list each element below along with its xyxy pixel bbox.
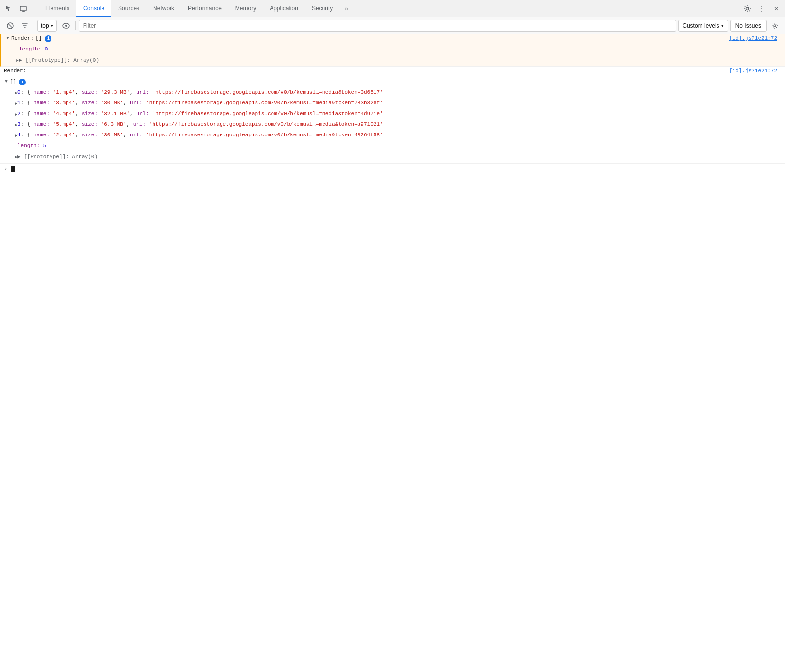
array-bracket-2: [] (10, 79, 16, 84)
clear-console-button[interactable] (4, 19, 17, 32)
svg-point-3 (746, 7, 749, 10)
console-entry-1: ▼ Render: [] i [id].js?1e21:72 length: 0… (0, 34, 785, 67)
info-icon-2[interactable]: i (19, 79, 26, 85)
tab-security[interactable]: Security (305, 0, 340, 17)
inspect-icon[interactable] (2, 2, 16, 16)
no-issues-button[interactable]: No Issues (730, 20, 767, 32)
close-icon[interactable]: ✕ (769, 2, 783, 16)
tabs-container: Elements Console Sources Network Perform… (38, 0, 736, 17)
array-bracket-1: [] (35, 35, 42, 41)
tab-sources[interactable]: Sources (111, 0, 146, 17)
entry-2-length: length: 5 (0, 141, 785, 152)
console-entry-2: Render: [id].js?1e21:72 ▼ [] i ▶ 0 : { n… (0, 67, 785, 163)
more-options-icon[interactable]: ⋮ (755, 2, 768, 16)
toolbar-separator-2 (75, 21, 76, 30)
entry-1-label: Render: (11, 35, 34, 41)
tab-bar: Elements Console Sources Network Perform… (0, 0, 785, 17)
filter-toggle-button[interactable] (18, 19, 31, 32)
expand-icon-proto-2[interactable]: ▶ (14, 154, 18, 159)
devtools-icons (2, 2, 30, 16)
svg-point-7 (65, 25, 67, 27)
tab-performance[interactable]: Performance (181, 0, 228, 17)
prompt-icon: › (4, 166, 7, 172)
tab-network[interactable]: Network (146, 0, 181, 17)
array-item-2: ▶ 2 : { name: '4.mp4' , size: '32.1 MB' … (0, 109, 785, 120)
chevron-down-icon: ▾ (721, 23, 724, 28)
entry-2-render-label: Render: [id].js?1e21:72 (0, 67, 785, 77)
prompt-cursor (11, 166, 15, 172)
entry-2-array-header: ▼ [] i (0, 77, 785, 88)
expand-icon-item-3[interactable]: ▶ (14, 122, 18, 127)
entry-1-length: length: 0 (1, 45, 785, 55)
svg-rect-0 (20, 6, 26, 11)
console-content: ▼ Render: [] i [id].js?1e21:72 length: 0… (0, 34, 785, 174)
svg-line-5 (8, 24, 12, 28)
filter-input[interactable] (79, 20, 677, 32)
chevron-down-icon: ▾ (51, 23, 53, 28)
entry-1-prototype: ▶ ▶ [[Prototype]]: Array(0) (1, 55, 785, 66)
tab-console[interactable]: Console (76, 0, 111, 17)
expand-icon-proto-1[interactable]: ▶ (15, 58, 20, 63)
console-prompt[interactable]: › (0, 163, 785, 174)
expand-icon-item-1[interactable]: ▶ (14, 101, 18, 106)
toolbar-separator-1 (34, 21, 34, 30)
expand-icon-item-2[interactable]: ▶ (14, 112, 18, 117)
collapse-icon-2[interactable]: ▼ (4, 79, 9, 84)
collapse-icon-1[interactable]: ▼ (5, 36, 10, 41)
tab-bar-actions: ⋮ ✕ (740, 2, 783, 16)
tab-elements[interactable]: Elements (38, 0, 76, 17)
svg-point-8 (774, 25, 776, 27)
entry-1-header: ▼ Render: [] i [id].js?1e21:72 (1, 34, 785, 45)
context-selector[interactable]: top ▾ (37, 20, 57, 32)
entry-2-prototype: ▶ ▶ [[Prototype]]: Array(0) (0, 152, 785, 163)
file-link-2[interactable]: [id].js?1e21:72 (729, 68, 781, 74)
array-item-0: ▶ 0 : { name: '1.mp4' , size: '29.3 MB' … (0, 88, 785, 99)
tab-memory[interactable]: Memory (228, 0, 263, 17)
tab-application[interactable]: Application (263, 0, 305, 17)
expand-icon-item-4[interactable]: ▶ (14, 133, 18, 138)
console-settings-button[interactable] (768, 19, 781, 32)
console-toolbar: top ▾ Custom levels ▾ No Issues (0, 17, 785, 34)
array-item-1: ▶ 1 : { name: '3.mp4' , size: '30 MB' , … (0, 99, 785, 109)
info-icon-1[interactable]: i (45, 35, 51, 42)
entry-2-label: Render: (4, 68, 26, 74)
settings-icon[interactable] (740, 2, 754, 16)
eye-toggle-button[interactable] (60, 19, 72, 32)
expand-icon-item-0[interactable]: ▶ (14, 90, 18, 95)
array-item-4: ▶ 4 : { name: '2.mp4' , size: '30 MB' , … (0, 131, 785, 141)
device-icon[interactable] (17, 2, 30, 16)
custom-levels-button[interactable]: Custom levels ▾ (678, 20, 728, 32)
array-item-3: ▶ 3 : { name: '5.mp4' , size: '6.3 MB' ,… (0, 120, 785, 131)
separator (36, 4, 36, 14)
tabs-more-button[interactable]: » (340, 2, 353, 16)
file-link-1[interactable]: [id].js?1e21:72 (729, 35, 781, 41)
